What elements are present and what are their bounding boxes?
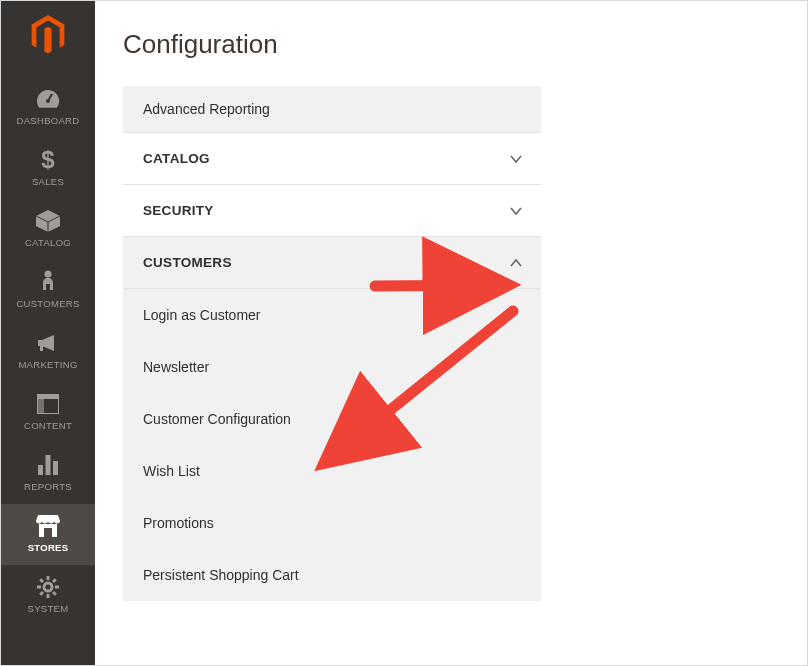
sidebar-item-label: REPORTS [24, 481, 72, 492]
magento-logo-icon[interactable] [28, 15, 68, 55]
submenu-login-as-customer[interactable]: Login as Customer [123, 289, 541, 341]
storefront-icon [36, 514, 60, 538]
section-header-customers[interactable]: CUSTOMERS [123, 236, 541, 289]
svg-rect-10 [37, 394, 59, 399]
svg-rect-11 [37, 399, 44, 414]
sidebar-item-catalog[interactable]: CATALOG [1, 199, 95, 260]
bars-icon [37, 453, 59, 477]
svg-rect-12 [38, 465, 43, 475]
section-title: SECURITY [143, 203, 214, 218]
sidebar-item-label: CONTENT [24, 420, 72, 431]
sidebar-item-label: SALES [32, 176, 64, 187]
svg-point-17 [44, 583, 52, 591]
sidebar-item-reports[interactable]: REPORTS [1, 443, 95, 504]
svg-rect-8 [40, 345, 43, 351]
chevron-down-icon [509, 152, 523, 166]
box-icon [36, 209, 60, 233]
svg-line-22 [40, 579, 43, 582]
svg-line-24 [40, 592, 43, 595]
gauge-icon [35, 87, 61, 111]
person-icon [41, 270, 55, 294]
sidebar-item-marketing[interactable]: MARKETING [1, 321, 95, 382]
chevron-down-icon [509, 204, 523, 218]
sidebar-item-label: CATALOG [25, 237, 71, 248]
config-panel: Advanced Reporting CATALOG SECURITY CUST… [123, 86, 541, 601]
sidebar-item-label: STORES [28, 542, 69, 553]
sidebar-item-label: MARKETING [18, 359, 77, 370]
layout-icon [37, 392, 59, 416]
svg-marker-1 [44, 27, 51, 54]
sidebar-item-content[interactable]: CONTENT [1, 382, 95, 443]
sidebar-item-stores[interactable]: STORES [1, 504, 95, 565]
section-title: CATALOG [143, 151, 210, 166]
svg-rect-14 [53, 461, 58, 475]
submenu-promotions[interactable]: Promotions [123, 497, 541, 549]
sidebar-item-customers[interactable]: CUSTOMERS [1, 260, 95, 321]
sidebar-item-label: DASHBOARD [17, 115, 80, 126]
main-content: Configuration Advanced Reporting CATALOG… [95, 1, 807, 665]
megaphone-icon [36, 331, 60, 355]
svg-line-25 [53, 579, 56, 582]
section-item-advanced-reporting[interactable]: Advanced Reporting [123, 86, 541, 132]
sidebar-item-label: SYSTEM [28, 603, 69, 614]
section-header-security[interactable]: SECURITY [123, 184, 541, 236]
sidebar-item-label: CUSTOMERS [16, 298, 79, 309]
svg-rect-16 [44, 528, 52, 537]
sidebar-item-sales[interactable]: $ SALES [1, 138, 95, 199]
submenu-persistent-shopping-cart[interactable]: Persistent Shopping Cart [123, 549, 541, 601]
page-title: Configuration [95, 1, 807, 86]
gear-icon [37, 575, 59, 599]
dollar-icon: $ [39, 148, 57, 172]
svg-text:$: $ [41, 147, 55, 173]
submenu-customer-configuration[interactable]: Customer Configuration [123, 393, 541, 445]
svg-rect-13 [46, 455, 51, 475]
svg-point-7 [45, 271, 52, 278]
submenu-newsletter[interactable]: Newsletter [123, 341, 541, 393]
svg-line-23 [53, 592, 56, 595]
customers-submenu: Login as Customer Newsletter Customer Co… [123, 289, 541, 601]
section-title: CUSTOMERS [143, 255, 232, 270]
sidebar-item-dashboard[interactable]: DASHBOARD [1, 77, 95, 138]
section-header-catalog[interactable]: CATALOG [123, 132, 541, 184]
sidebar-item-system[interactable]: SYSTEM [1, 565, 95, 626]
submenu-wish-list[interactable]: Wish List [123, 445, 541, 497]
admin-sidebar: DASHBOARD $ SALES CATALOG CUSTOMERS MARK… [1, 1, 95, 665]
chevron-up-icon [509, 256, 523, 270]
